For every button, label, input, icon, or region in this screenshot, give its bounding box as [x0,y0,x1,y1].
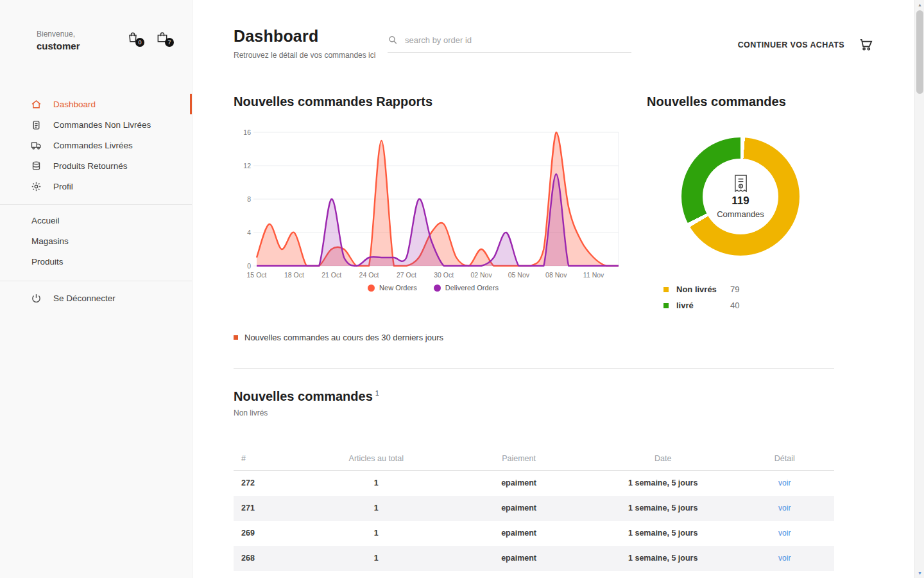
order-id: 267 [234,571,305,578]
page-header: Dashboard Retrouvez le détail de vos com… [234,0,924,60]
truck-icon [31,140,42,151]
sidebar-item-dashboard[interactable]: Dashboard [0,94,192,114]
continue-shopping-block: CONTINUER VOS ACHATS [738,37,874,53]
order-payment: epaiment [447,571,591,578]
legend-delivered-orders[interactable]: Delivered Orders [434,284,499,292]
order-date: 1 semaine, 5 jours [591,546,735,571]
scrollbar: ▲ ▼ [914,0,924,578]
order-id: 269 [234,521,305,546]
table-row: 269 1 epaiment 1 semaine, 5 jours voir [234,521,834,546]
sidebar-link-accueil[interactable]: Accueil [0,210,192,231]
legend-value: 79 [730,285,739,294]
sidebar-item-label: Dashboard [53,100,96,109]
svg-text:21 Oct: 21 Oct [321,271,341,279]
sidebar-item-label: Produits Retournés [53,161,128,171]
order-items: 1 [305,571,447,578]
legend-label: Non livrés [676,285,723,294]
order-items: 1 [305,521,447,546]
cart-icon[interactable] [859,37,874,53]
sidebar-item-profil[interactable]: Profil [0,176,192,197]
orders-subtitle: Non livrés [234,408,834,417]
sidebar-item-label: Profil [53,182,73,191]
livre-swatch [663,303,669,308]
donut-title: Nouvelles commandes [647,94,834,109]
legend-new-orders[interactable]: New Orders [368,284,417,292]
note-bullet [234,335,238,340]
svg-text:0: 0 [247,262,251,270]
svg-text:02 Nov: 02 Nov [470,271,492,279]
sidebar-item-produits-retournes[interactable]: Produits Retournés [0,155,192,176]
welcome-block: Bienvenue, customer 0 7 [0,0,192,51]
scrollbar-down-arrow[interactable]: ▼ [915,568,924,578]
delivered-orders-dot [434,285,441,292]
orders-bag-icon[interactable]: 0 [126,31,141,45]
chart-note: Nouvelles commandes au cours des 30 dern… [234,333,834,342]
order-date: 1 semaine, 5 jours [591,521,735,546]
svg-text:30 Oct: 30 Oct [434,271,454,279]
sidebar-item-label: Commandes Livrées [53,141,133,150]
voir-link[interactable]: voir [778,504,791,512]
voir-link[interactable]: voir [778,554,791,563]
orders-donut-section: Nouvelles commandes 119 Commandes [633,94,834,313]
orders-report-chart: 048121615 Oct18 Oct21 Oct24 Oct27 Oct30 … [234,122,626,281]
clipboard-list-icon [31,119,42,130]
logout-button[interactable]: Se Déconnecter [0,288,192,308]
orders-count-badge: 0 [135,38,144,47]
svg-text:16: 16 [243,128,251,136]
scrollbar-up-arrow[interactable]: ▲ [915,0,924,10]
svg-text:24 Oct: 24 Oct [359,271,379,279]
page-title: Dashboard [234,27,388,46]
new-orders-section: Nouvelles commandes1 Non livrés # Articl… [234,389,834,578]
note-text: Nouvelles commandes au cours des 30 dern… [244,333,443,342]
order-payment: epaiment [447,471,591,496]
receipt-icon [733,174,749,193]
section-divider [234,368,834,369]
legend-value: 40 [730,301,739,310]
donut-total-label: Commandes [717,209,764,219]
svg-text:05 Nov: 05 Nov [508,271,530,279]
col-header-id: # [234,447,305,471]
sidebar: Bienvenue, customer 0 7 Dashboard [0,0,193,578]
sidebar-link-magasins[interactable]: Magasins [0,231,192,251]
charts-row: Nouvelles commandes Rapports 048121615 O… [234,94,834,313]
search-input[interactable] [405,35,631,45]
home-icon [31,99,42,110]
donut-legend: Non livrés 79 livré 40 [647,281,834,313]
svg-text:12: 12 [243,162,251,170]
legend-label: livré [676,301,723,310]
orders-donut-chart: 119 Commandes [681,137,800,256]
order-items: 1 [305,546,447,571]
welcome-icons: 0 7 [126,30,170,45]
svg-text:11 Nov: 11 Nov [583,271,604,279]
order-id: 271 [234,496,305,521]
orders-title-text: Nouvelles commandes [234,389,373,403]
report-chart-legend: New Orders Delivered Orders [234,284,633,292]
voir-link[interactable]: voir [778,529,791,538]
scrollbar-thumb[interactable] [916,10,923,94]
orders-title-superscript: 1 [375,389,379,397]
order-items: 1 [305,471,447,496]
orders-table: # Articles au total Paiement Date Détail… [234,447,834,578]
continue-shopping-link[interactable]: CONTINUER VOS ACHATS [738,40,844,49]
sidebar-link-produits[interactable]: Produits [0,251,192,272]
voir-link[interactable]: voir [778,478,791,487]
sidebar-item-commandes-non-livrees[interactable]: Commandes Non Livrées [0,114,192,135]
col-header-date: Date [591,447,735,471]
table-row: 268 1 epaiment 1 semaine, 5 jours voir [234,546,834,571]
sidebar-item-commandes-livrees[interactable]: Commandes Livrées [0,135,192,155]
deliveries-count-badge: 7 [165,38,174,47]
deliveries-bag-icon[interactable]: 7 [156,31,170,45]
order-payment: epaiment [447,521,591,546]
gear-icon [31,181,42,192]
sidebar-item-label: Commandes Non Livrées [53,120,151,130]
donut-legend-non-livres: Non livrés 79 [663,281,834,297]
order-id: 268 [234,546,305,571]
donut-legend-livre: livré 40 [663,297,834,313]
donut-total: 119 [732,195,749,207]
dashboard-content: Nouvelles commandes Rapports 048121615 O… [234,94,834,578]
username: customer [37,40,80,51]
col-header-items: Articles au total [305,447,447,471]
order-id: 272 [234,471,305,496]
svg-text:4: 4 [247,229,251,236]
orders-header-row: # Articles au total Paiement Date Détail [234,447,834,471]
